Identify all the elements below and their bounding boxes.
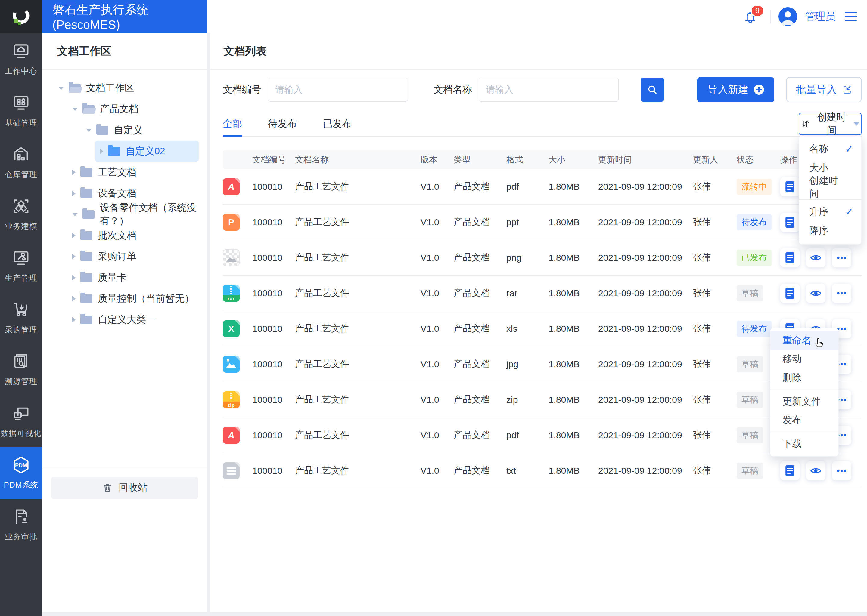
tree-item[interactable]: 文档工作区 <box>54 78 199 99</box>
menu-item-label: 移动 <box>782 352 802 366</box>
format-cell: pdf <box>506 430 549 440</box>
format-cell: ppt <box>506 217 549 227</box>
tree-caret-icon[interactable] <box>72 191 76 196</box>
search-button[interactable] <box>641 78 664 102</box>
import-new-button[interactable]: 导入新建 <box>697 77 774 102</box>
status-badge: 流转中 <box>737 179 772 195</box>
tree-caret-icon[interactable] <box>72 275 76 280</box>
work-center-icon <box>12 42 30 62</box>
sidebar-item-business-modeling[interactable]: 业务建模 <box>0 188 42 240</box>
sort-option-ascending[interactable]: 升序✓ <box>799 202 861 222</box>
tab-published[interactable]: 已发布 <box>323 111 352 136</box>
sidebar-item-production[interactable]: 生产管理 <box>0 240 42 292</box>
document-detail-button[interactable] <box>780 213 799 232</box>
context-menu-rename[interactable]: 重命名 <box>770 331 839 350</box>
tree-caret-icon[interactable] <box>58 86 64 90</box>
tree-item[interactable]: 质量卡 <box>68 267 199 288</box>
more-actions-button[interactable] <box>832 461 851 480</box>
tab-all[interactable]: 全部 <box>223 111 242 136</box>
tree-item-label: 文档工作区 <box>86 82 134 95</box>
context-menu-update-file[interactable]: 更新文件 <box>770 392 839 411</box>
column-header: 文档编号 <box>250 154 295 165</box>
avatar[interactable] <box>779 7 797 26</box>
tree-caret-icon[interactable] <box>72 233 76 238</box>
batch-import-button[interactable]: 批量导入 <box>786 77 862 102</box>
tree-caret-icon[interactable] <box>72 317 76 322</box>
tree-caret-icon[interactable] <box>100 149 103 154</box>
tree-item[interactable]: 工艺文档 <box>68 162 199 183</box>
chevron-down-icon <box>854 123 859 129</box>
tree-item[interactable]: 产品文档 <box>68 99 199 120</box>
tree-item[interactable]: 自定义 <box>81 120 199 141</box>
context-menu-publish[interactable]: 发布 <box>770 411 839 429</box>
tab-pending-publish[interactable]: 待发布 <box>268 111 297 136</box>
sidebar-item-warehouse[interactable]: 仓库管理 <box>0 137 42 188</box>
menu-item-label: 名称 <box>809 142 828 156</box>
sort-option-name[interactable]: 名称✓ <box>799 139 861 159</box>
import-new-label: 导入新建 <box>708 83 749 97</box>
sidebar-item-traceability[interactable]: 溯源管理 <box>0 344 42 395</box>
sidebar-item-purchasing[interactable]: 采购管理 <box>0 292 42 344</box>
sort-option-descending[interactable]: 降序✓ <box>799 222 861 240</box>
sort-button[interactable]: 创建时间 <box>799 113 862 135</box>
format-cell: pdf <box>506 182 549 192</box>
tree-item[interactable]: 质量控制（当前暂无） <box>68 288 199 309</box>
sidebar-item-pdm-system[interactable]: PDM PDM系统 <box>0 447 42 499</box>
tree-item[interactable]: 批次文档 <box>68 225 199 246</box>
preview-button[interactable] <box>806 284 826 303</box>
more-actions-button[interactable] <box>832 284 851 303</box>
column-header: 类型 <box>454 154 506 165</box>
page-title: 文档列表 <box>210 33 867 70</box>
tree-item[interactable]: 设备文档 <box>68 183 199 204</box>
more-actions-button[interactable] <box>832 248 851 267</box>
doc-number-input[interactable] <box>268 78 408 102</box>
tree-item[interactable]: 设备零件文档（系统没有？） <box>68 204 199 225</box>
trash-icon <box>102 482 113 493</box>
notifications-button[interactable]: 9 <box>742 7 762 26</box>
tree-caret-icon[interactable] <box>72 254 76 259</box>
size-cell: 1.80MB <box>549 466 598 476</box>
document-detail-button[interactable] <box>780 177 799 196</box>
doc-name-input[interactable] <box>479 78 619 102</box>
document-detail-button[interactable] <box>780 248 799 267</box>
user-name[interactable]: 管理员 <box>805 9 836 24</box>
preview-button[interactable] <box>806 248 826 267</box>
header-divider <box>770 9 771 24</box>
tree-item[interactable]: 采购订单 <box>68 246 199 267</box>
document-detail-button[interactable] <box>780 284 799 303</box>
doc-name-cell: 产品工艺文件 <box>295 216 421 228</box>
tree-caret-icon[interactable] <box>86 129 91 132</box>
preview-button[interactable] <box>806 461 826 480</box>
tree-caret-icon[interactable] <box>72 213 78 216</box>
menu-item-label: 重命名 <box>782 334 811 347</box>
context-menu-delete[interactable]: 删除 <box>770 368 839 387</box>
tree-caret-icon[interactable] <box>72 108 78 111</box>
context-menu-download[interactable]: 下载 <box>770 435 839 453</box>
file-type-icon <box>223 462 240 479</box>
sort-option-created-time[interactable]: 创建时间✓ <box>799 178 861 197</box>
recycle-bin-button[interactable]: 回收站 <box>51 477 198 499</box>
table-header: 文档编号 文档名称 版本 类型 格式 大小 更新时间 更新人 状态 操作 <box>223 150 862 169</box>
sidebar-item-business-approval[interactable]: 业务审批 <box>0 499 42 550</box>
document-icon <box>784 181 796 193</box>
menu-icon[interactable] <box>843 11 858 22</box>
tree-caret-icon[interactable] <box>72 170 76 175</box>
sidebar-item-data-visualization[interactable]: 数据可视化 <box>0 395 42 447</box>
updated-time-cell: 2021-09-09 12:00:09 <box>598 182 693 192</box>
tree-item[interactable]: 自定义大类一 <box>68 309 199 330</box>
context-menu-move[interactable]: 移动 <box>770 350 839 368</box>
status-badge: 草稿 <box>737 391 763 408</box>
document-detail-button[interactable] <box>780 461 799 480</box>
updated-time-cell: 2021-09-09 12:00:09 <box>598 253 693 263</box>
file-type-icon <box>223 427 240 444</box>
tree-caret-icon[interactable] <box>72 296 76 302</box>
updater-cell: 张伟 <box>693 287 737 299</box>
sidebar-item-work-center[interactable]: 工作中心 <box>0 33 42 85</box>
folder-icon <box>80 294 92 303</box>
tree-item[interactable]: 自定义02 <box>95 141 199 162</box>
base-management-icon <box>12 94 30 113</box>
doc-number-cell: 100010 <box>250 182 295 192</box>
updater-cell: 张伟 <box>693 429 737 441</box>
updated-time-cell: 2021-09-09 12:00:09 <box>598 324 693 334</box>
sidebar-item-base-management[interactable]: 基础管理 <box>0 85 42 137</box>
